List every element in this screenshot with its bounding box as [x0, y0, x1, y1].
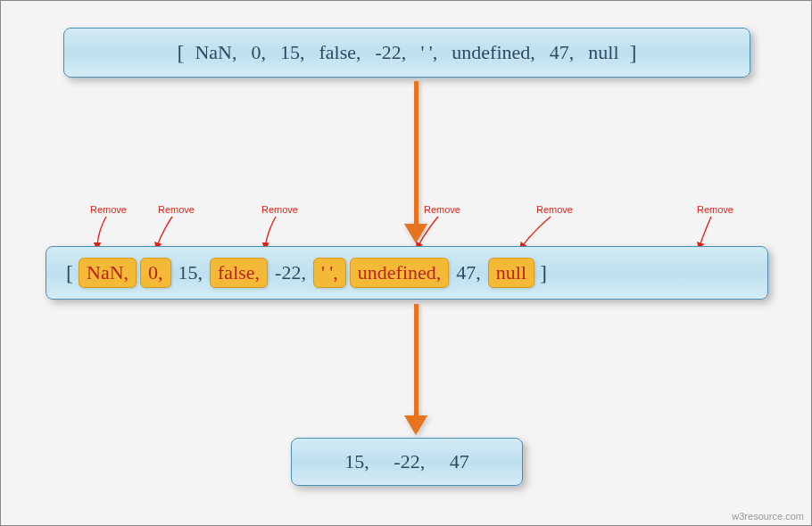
remove-label-3: Remove [424, 204, 460, 215]
remove-label-0: Remove [90, 204, 127, 215]
arrow-step2 [404, 304, 427, 435]
bracket-close-2: ] [540, 261, 547, 285]
result-text: 15, -22, 47 [344, 450, 468, 473]
arrow-head-icon [404, 224, 427, 243]
remove-label-1: Remove [158, 204, 195, 215]
pill-zero: 0, [140, 258, 171, 288]
pill-empty: ' ', [313, 258, 346, 288]
pill-false: false, [210, 258, 268, 288]
arr1-i4: -22, [376, 41, 407, 64]
arr1-i5: ' ', [420, 41, 437, 64]
result-array-box: 15, -22, 47 [291, 438, 523, 486]
arr1-i2: 15, [280, 41, 305, 64]
arr1-i0: NaN, [195, 41, 236, 64]
arr1-i6: undefined, [452, 41, 534, 64]
arrow-shaft [414, 81, 418, 224]
keep-15: 15, [178, 261, 203, 284]
bracket-open: [ [177, 41, 184, 65]
attribution: w3resource.com [732, 511, 804, 522]
arrow-head-icon-2 [404, 415, 427, 435]
remove-label-5: Remove [697, 204, 733, 215]
pill-null: null [488, 258, 534, 288]
pill-undefined: undefined, [350, 258, 449, 288]
filter-array-box: [ NaN, 0, 15, false, -22, ' ', undefined… [46, 246, 768, 300]
arr1-i8: null [588, 41, 618, 64]
arr1-i1: 0, [252, 41, 267, 64]
keep-47: 47, [456, 261, 481, 284]
bracket-close: ] [630, 41, 637, 65]
input-array-box: [ NaN, 0, 15, false, -22, ' ', undefined… [63, 28, 750, 78]
remove-label-2: Remove [261, 204, 298, 215]
arrow-shaft-2 [414, 304, 418, 415]
pill-nan: NaN, [79, 258, 137, 288]
remove-label-4: Remove [536, 204, 573, 215]
keep-neg22: -22, [275, 261, 306, 284]
arr1-i3: false, [319, 41, 361, 64]
arrow-step1 [404, 81, 427, 243]
bracket-open-2: [ [66, 261, 73, 285]
arr1-i7: 47, [550, 41, 575, 64]
